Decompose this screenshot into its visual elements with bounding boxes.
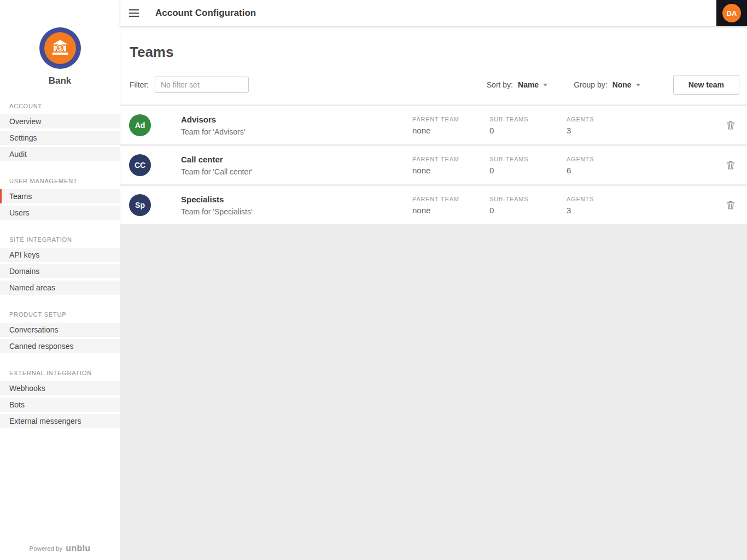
delete-team-button[interactable]: [722, 196, 739, 214]
filter-label: Filter:: [130, 80, 149, 89]
column-label-parent-team: Parent team: [412, 116, 489, 122]
sidebar-nav: ACCOUNT Overview Settings Audit USER MAN…: [0, 86, 120, 430]
column-label-parent-team: Parent team: [412, 196, 489, 202]
sub-teams-value: 0: [489, 166, 567, 175]
sidebar-item-label: Domains: [9, 267, 39, 276]
sidebar-item-canned-responses[interactable]: Canned responses: [0, 339, 120, 353]
team-avatar: Ad: [129, 114, 151, 136]
sidebar-item-label: Conversations: [9, 325, 59, 334]
sidebar-item-label: Overview: [9, 117, 41, 126]
powered-by-text: Powered by: [30, 545, 63, 552]
parent-team-column: Parent team none: [412, 116, 489, 135]
column-label-parent-team: Parent team: [412, 156, 489, 162]
agents-value: 6: [567, 166, 644, 175]
account-logo-block: $ Bank: [0, 0, 120, 86]
sidebar-item-external-messengers[interactable]: External messengers: [0, 414, 120, 428]
trash-icon: [725, 160, 736, 171]
sidebar-item-domains[interactable]: Domains: [0, 264, 120, 278]
menu-button[interactable]: [120, 0, 148, 26]
team-description: Team for 'Advisors': [181, 127, 412, 136]
trash-icon: [725, 120, 736, 131]
trash-icon: [725, 200, 736, 211]
sidebar-item-conversations[interactable]: Conversations: [0, 323, 120, 337]
team-avatar: Sp: [129, 194, 151, 216]
sidebar-item-label: Settings: [9, 133, 37, 142]
filter-toolbar: Filter: Sort by: Name Group by: None: [120, 61, 747, 104]
sidebar-item-label: Bots: [9, 400, 25, 409]
sidebar-item-overview[interactable]: Overview: [0, 114, 120, 129]
sort-by-value: Name: [518, 80, 539, 89]
team-description: Team for 'Specialists': [181, 207, 412, 216]
sidebar-section-label: ACCOUNT: [0, 86, 120, 114]
parent-team-value: none: [412, 166, 489, 175]
parent-team-value: none: [412, 206, 489, 215]
team-name-link[interactable]: Call center: [181, 155, 223, 164]
sub-teams-column: Sub-teams 0: [489, 116, 567, 135]
column-label-sub-teams: Sub-teams: [489, 156, 567, 162]
sidebar-item-api-keys[interactable]: API keys: [0, 248, 120, 262]
user-avatar[interactable]: DA: [722, 4, 741, 22]
group-by-select[interactable]: None: [611, 78, 641, 91]
agents-value: 3: [567, 206, 644, 215]
new-team-button[interactable]: New team: [673, 75, 739, 95]
group-by-value: None: [612, 80, 632, 89]
sort-by-select[interactable]: Name: [517, 78, 548, 91]
topbar-right: DA: [716, 0, 747, 26]
bank-logo: $: [39, 27, 81, 69]
sidebar-item-users[interactable]: Users: [0, 206, 120, 220]
main-area: Teams Filter: Sort by: Name Group by:: [120, 26, 747, 560]
sidebar-item-label: API keys: [9, 250, 39, 259]
app-root: $ Bank ACCOUNT Overview Settings Audit U…: [0, 0, 747, 560]
sidebar-item-label: Webhooks: [9, 384, 45, 393]
chevron-down-icon: [543, 84, 547, 86]
sidebar-section-label: EXTERNAL INTEGRATION: [0, 355, 120, 381]
sidebar-item-teams[interactable]: Teams: [0, 189, 120, 203]
agents-column: Agents 6: [567, 156, 644, 175]
column-label-agents: Agents: [567, 196, 644, 202]
sidebar-item-label: Users: [9, 208, 30, 217]
sidebar-section-label: SITE INTEGRATION: [0, 222, 120, 248]
team-name-link[interactable]: Advisors: [181, 115, 216, 124]
sub-teams-column: Sub-teams 0: [489, 156, 567, 175]
sidebar-item-label: Teams: [9, 192, 32, 201]
svg-text:$: $: [58, 45, 62, 51]
account-name: Bank: [0, 75, 120, 86]
sidebar-section: PRODUCT SETUP Conversations Canned respo…: [0, 297, 120, 353]
group-by-label: Group by:: [574, 80, 607, 89]
sidebar-item-settings[interactable]: Settings: [0, 131, 120, 145]
column-label-agents: Agents: [567, 156, 644, 162]
sub-teams-value: 0: [489, 206, 567, 215]
bank-logo-inner: $: [44, 32, 76, 64]
sidebar-item-audit[interactable]: Audit: [0, 147, 120, 161]
sidebar-item-label: External messengers: [9, 417, 81, 425]
team-row: Ad Advisors Team for 'Advisors' Parent t…: [120, 106, 747, 144]
column-label-sub-teams: Sub-teams: [489, 116, 567, 122]
team-row: Sp Specialists Team for 'Specialists' Pa…: [120, 186, 747, 224]
parent-team-value: none: [412, 126, 489, 135]
content-column: Account Configuration DA Teams Filter: S…: [120, 0, 747, 560]
page-title: Teams: [120, 26, 747, 61]
agents-column: Agents 3: [567, 196, 644, 215]
agents-column: Agents 3: [567, 116, 644, 135]
team-name-link[interactable]: Specialists: [181, 195, 224, 204]
sidebar-item-bots[interactable]: Bots: [0, 398, 120, 412]
topbar: Account Configuration DA: [120, 0, 747, 26]
column-label-agents: Agents: [567, 116, 644, 122]
sidebar-item-webhooks[interactable]: Webhooks: [0, 381, 120, 395]
unblu-logo: unblu: [66, 544, 90, 553]
sidebar-item-label: Audit: [9, 150, 27, 159]
delete-team-button[interactable]: [722, 116, 739, 134]
sidebar: $ Bank ACCOUNT Overview Settings Audit U…: [0, 0, 120, 560]
sidebar-item-label: Canned responses: [9, 342, 74, 351]
team-avatar: CC: [129, 154, 151, 176]
group-by-group: Group by: None: [574, 78, 641, 91]
sub-teams-column: Sub-teams 0: [489, 196, 567, 215]
page-header-title: Account Configuration: [155, 8, 256, 19]
sidebar-section-label: PRODUCT SETUP: [0, 297, 120, 323]
sidebar-item-named-areas[interactable]: Named areas: [0, 281, 120, 295]
delete-team-button[interactable]: [722, 156, 739, 174]
chevron-down-icon: [636, 84, 640, 86]
filter-input[interactable]: [155, 77, 249, 93]
sidebar-section-label: USER MANAGEMENT: [0, 164, 120, 189]
sidebar-section: SITE INTEGRATION API keys Domains Named …: [0, 222, 120, 295]
